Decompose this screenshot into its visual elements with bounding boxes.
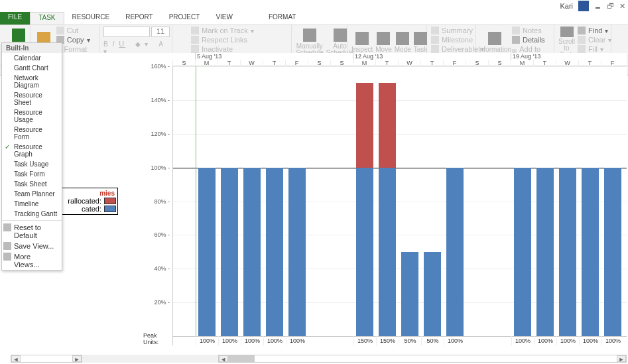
peak-units-label: Peak Units: — [143, 332, 170, 345]
close-button[interactable]: ✕ — [619, 2, 625, 11]
today-line — [196, 66, 196, 336]
allocated-bar — [266, 168, 283, 336]
date-header: 5 Aug '13 — [195, 53, 221, 60]
legend-allocated: cated: — [63, 205, 116, 213]
day-header: S — [488, 60, 511, 66]
view-menu-item[interactable]: Task Usage — [2, 159, 62, 169]
day-header: T — [420, 60, 443, 66]
y-axis: Peak Units: 20% -40% -60% -80% -100% -12… — [143, 66, 172, 345]
view-menu-reset[interactable]: Reset to Default — [2, 222, 62, 241]
gridline — [173, 66, 627, 67]
tab-resource[interactable]: RESOURCE — [64, 12, 118, 25]
day-header: T — [578, 60, 601, 66]
view-menu-item[interactable]: Network Diagram — [2, 73, 62, 90]
allocated-bar — [401, 252, 418, 336]
allocated-bar — [379, 168, 396, 336]
view-menu-item[interactable]: Resource Sheet — [2, 90, 62, 107]
view-menu-item[interactable]: Team Planner — [2, 189, 62, 199]
day-header: S — [172, 60, 195, 66]
notes-button[interactable]: Notes — [512, 27, 550, 34]
allocated-bar — [446, 168, 464, 336]
user-avatar[interactable] — [578, 1, 589, 11]
allocated-bar — [288, 168, 306, 336]
tab-view[interactable]: VIEW — [208, 12, 241, 25]
scroll-icon — [560, 27, 574, 37]
clear-button[interactable]: Clear ▾ — [578, 36, 611, 44]
peak-unit-cell: 50% — [399, 336, 421, 345]
gantt-icon — [12, 29, 25, 42]
peak-unit-cell: 100% — [579, 336, 601, 345]
auto-icon — [334, 29, 347, 42]
right-scroll-pane[interactable]: ◄ ► — [218, 355, 627, 363]
restore-button[interactable]: 🗗 — [607, 2, 614, 10]
scroll-left-arrow[interactable]: ◄ — [11, 355, 21, 362]
scroll-left-arrow-2[interactable]: ◄ — [219, 355, 228, 362]
cut-button[interactable]: Cut — [56, 27, 95, 34]
save-icon — [3, 242, 11, 250]
day-header: S — [466, 60, 488, 66]
respect-links-button[interactable]: Respect Links — [191, 36, 254, 44]
view-menu-item[interactable]: Resource Graph — [2, 142, 62, 159]
tab-format[interactable]: FORMAT — [261, 12, 304, 25]
inactivate-button[interactable]: Inactivate — [191, 45, 254, 53]
peak-unit-cell: 100% — [196, 336, 218, 345]
font-family-combo[interactable] — [103, 27, 150, 37]
title-bar: Kari 🗕 🗗 ✕ — [0, 0, 628, 12]
inactivate-icon — [191, 45, 199, 53]
deliverable-icon — [431, 45, 439, 53]
view-menu-more[interactable]: More Views... — [2, 251, 62, 270]
scroll-right-arrow[interactable]: ► — [72, 355, 82, 362]
scroll-thumb[interactable] — [228, 355, 255, 362]
tab-file[interactable]: FILE — [0, 12, 30, 25]
tab-report[interactable]: REPORT — [117, 12, 161, 25]
tab-task[interactable]: TASK — [30, 12, 64, 25]
mark-on-track-button[interactable]: Mark on Track ▾ — [191, 27, 254, 34]
details-icon — [512, 36, 520, 44]
y-tick: 80% - — [154, 198, 170, 205]
peak-unit-cell: 50% — [421, 336, 444, 345]
more-icon — [3, 253, 11, 261]
scroll-right-arrow-2[interactable]: ► — [617, 355, 626, 362]
view-menu-item[interactable]: Tracking Gantt — [2, 209, 62, 219]
inspect-icon — [355, 32, 369, 45]
fill-icon — [578, 45, 586, 53]
resource-legend: mies rallocated: cated: — [61, 188, 118, 215]
allocated-bar — [536, 168, 554, 336]
find-icon — [578, 27, 586, 34]
clear-icon — [578, 36, 586, 44]
left-scroll-pane[interactable]: ◄ ► — [11, 355, 82, 363]
overallocated-bar — [356, 83, 373, 167]
overallocated-bar — [379, 83, 396, 167]
chart-plot[interactable]: 100%100%100%100%100%150%150%50%50%100%10… — [172, 66, 627, 345]
fill-button[interactable]: Fill ▾ — [578, 45, 611, 53]
day-header: S — [330, 60, 353, 66]
allocated-bar — [582, 168, 599, 336]
peak-unit-cell: 150% — [353, 336, 376, 345]
find-button[interactable]: Find ▾ — [578, 27, 611, 34]
view-menu-item[interactable]: Task Form — [2, 169, 62, 179]
view-menu-item[interactable]: Gantt Chart — [2, 63, 62, 73]
details-button[interactable]: Details — [512, 36, 550, 44]
view-menu-item[interactable]: Timeline — [2, 199, 62, 209]
day-header: F — [443, 60, 466, 66]
peak-units-row: 100%100%100%100%100%150%150%50%50%100%10… — [173, 336, 627, 345]
day-header: M — [353, 60, 375, 66]
day-header: W — [556, 60, 578, 66]
font-size-combo[interactable]: 11 — [151, 27, 170, 37]
move-icon — [377, 32, 390, 45]
reset-icon — [3, 223, 11, 231]
view-menu-item[interactable]: Resource Usage — [2, 107, 62, 125]
minimize-button[interactable]: 🗕 — [594, 2, 601, 10]
y-tick: 40% - — [154, 265, 170, 272]
swatch-red — [104, 198, 116, 204]
view-menu-item[interactable]: Calendar — [2, 53, 62, 63]
peak-unit-cell: 100% — [601, 336, 624, 345]
y-tick: 120% - — [151, 131, 170, 137]
tab-project[interactable]: PROJECT — [161, 12, 208, 25]
view-menu-item[interactable]: Task Sheet — [2, 179, 62, 189]
allocated-bar — [221, 168, 238, 336]
allocated-bar — [559, 168, 576, 336]
allocated-bar — [356, 168, 373, 336]
view-menu-save[interactable]: Save View... — [2, 241, 62, 251]
view-menu-item[interactable]: Resource Form — [2, 125, 62, 142]
